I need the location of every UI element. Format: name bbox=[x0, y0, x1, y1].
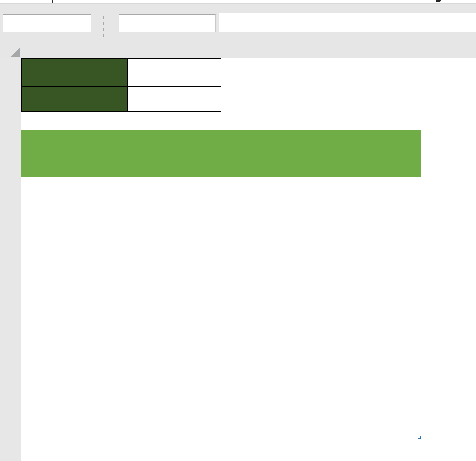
select-all-triangle-icon bbox=[10, 48, 20, 57]
select-all-corner[interactable] bbox=[0, 37, 21, 58]
formula-bar-buttons bbox=[119, 14, 216, 32]
row-headers bbox=[0, 58, 21, 461]
cell-B1[interactable] bbox=[128, 59, 221, 87]
returns-table-header-row bbox=[21, 130, 421, 177]
cell-A1[interactable] bbox=[22, 59, 128, 87]
returns-table bbox=[21, 130, 421, 439]
formula-bar-region bbox=[0, 4, 476, 37]
table-resize-handle[interactable] bbox=[418, 436, 421, 439]
ribbon-artifact bbox=[436, 0, 441, 2]
spreadsheet bbox=[0, 37, 476, 461]
column-headers bbox=[21, 37, 476, 58]
ribbon-cropped-strip bbox=[0, 0, 476, 4]
name-box[interactable] bbox=[3, 14, 91, 32]
capital-input-block bbox=[21, 58, 221, 112]
ribbon-artifact bbox=[52, 0, 53, 3]
formula-input[interactable] bbox=[219, 13, 476, 32]
cell-B2[interactable] bbox=[128, 87, 221, 111]
cell-A2[interactable] bbox=[22, 87, 128, 111]
formula-bar-grip[interactable] bbox=[103, 16, 104, 37]
